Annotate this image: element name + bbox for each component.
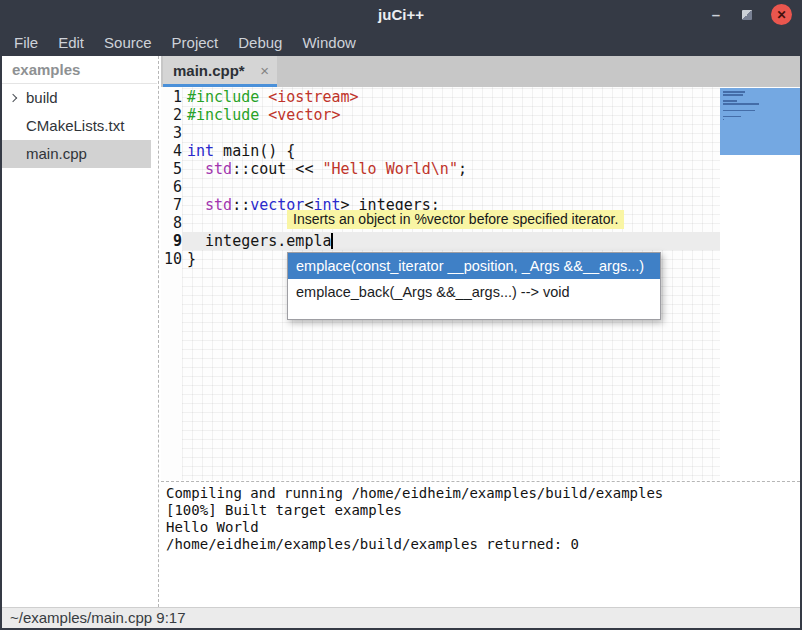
project-name: examples: [2, 56, 157, 84]
line-number: 2: [161, 106, 182, 124]
menu-edit[interactable]: Edit: [48, 29, 94, 56]
minimap-line: [723, 119, 724, 121]
status-location: ~/examples/main.cpp 9:17: [10, 609, 186, 626]
code-line: std::cout << "Hello World\n";: [187, 160, 467, 178]
tab-label: main.cpp*: [173, 62, 260, 79]
code-token: ::: [232, 196, 250, 214]
code-token: [187, 160, 205, 178]
tree-item-build[interactable]: build: [2, 84, 157, 112]
code-line: #include <iostream>: [187, 88, 359, 106]
code-line: }: [187, 250, 196, 268]
code-token: "Hello World\n": [322, 160, 457, 178]
close-button[interactable]: ✕: [771, 4, 792, 25]
output-line: [100%] Built target examples: [166, 502, 795, 519]
output-line: Hello World: [166, 519, 795, 536]
restore-icon[interactable]: [742, 10, 752, 20]
completion-item[interactable]: emplace_back(_Args &&__args...) --> void: [288, 279, 660, 305]
code-token: main() {: [214, 142, 295, 160]
minimap-line: [723, 91, 745, 93]
menu-debug[interactable]: Debug: [228, 29, 292, 56]
completion-item[interactable]: emplace(const_iterator __position, _Args…: [288, 253, 660, 279]
text-caret: [331, 233, 333, 249]
minimap[interactable]: [720, 87, 800, 480]
code-token: }: [187, 250, 196, 268]
line-number: 7: [161, 196, 182, 214]
minimap-line: [723, 100, 737, 102]
code-token: #include: [187, 106, 268, 124]
window-title: juCi++: [0, 0, 802, 29]
editor-column: main.cpp* × 12345678910 #include <iostre…: [161, 56, 800, 607]
code-token: #include: [187, 88, 268, 106]
horizontal-pane-divider[interactable]: [161, 480, 800, 483]
code-line: #include <vector>: [187, 106, 341, 124]
code-token: ;: [458, 160, 467, 178]
minimap-line: [723, 116, 741, 118]
code-token: std: [205, 160, 232, 178]
build-output-panel[interactable]: Compiling and running /home/eidheim/exam…: [161, 483, 800, 607]
output-line: /home/eidheim/examples/build/examples re…: [166, 536, 795, 553]
code-line: int main() {: [187, 142, 295, 160]
code-token: int: [187, 142, 214, 160]
tree-item-main-cpp[interactable]: main.cpp: [2, 140, 151, 168]
tree-item-cmakelists-txt[interactable]: CMakeLists.txt: [2, 112, 157, 140]
code-token: <iostream>: [268, 88, 358, 106]
status-bar: ~/examples/main.cpp 9:17: [2, 607, 800, 628]
app-window: juCi++ – ✕ FileEditSourceProjectDebugWin…: [0, 0, 802, 630]
menu-file[interactable]: File: [4, 29, 48, 56]
code-editor[interactable]: 12345678910 #include <iostream>#include …: [161, 87, 800, 480]
file-tree: buildCMakeLists.txtmain.cpp: [2, 84, 157, 168]
code-token: [187, 196, 205, 214]
close-icon: ✕: [776, 9, 786, 21]
minimap-slider[interactable]: [720, 88, 800, 155]
line-number: 6: [161, 178, 182, 196]
completion-popup: emplace(const_iterator __position, _Args…: [287, 252, 661, 320]
code-line: integers.empla: [187, 232, 332, 250]
line-number: 5: [161, 160, 182, 178]
minimap-line: [723, 94, 743, 96]
minimap-line: [723, 110, 755, 112]
tree-item-label: CMakeLists.txt: [26, 112, 124, 140]
code-token: std: [205, 196, 232, 214]
code-token: ::cout <<: [232, 160, 322, 178]
output-line: Compiling and running /home/eidheim/exam…: [166, 485, 795, 502]
menu-project[interactable]: Project: [162, 29, 229, 56]
menu-window[interactable]: Window: [292, 29, 365, 56]
line-number: 4: [161, 142, 182, 160]
tab-main-cpp[interactable]: main.cpp* ×: [163, 56, 277, 87]
code-token: <vector>: [268, 106, 340, 124]
minimap-line: [723, 103, 759, 105]
tab-close-icon[interactable]: ×: [260, 63, 269, 78]
tree-item-label: main.cpp: [26, 140, 87, 168]
menubar: FileEditSourceProjectDebugWindow: [0, 29, 802, 56]
menu-source[interactable]: Source: [94, 29, 162, 56]
doc-tooltip: Inserts an object in %vector before spec…: [287, 210, 624, 229]
titlebar[interactable]: juCi++ – ✕: [0, 0, 802, 29]
tab-bar: main.cpp* ×: [161, 56, 800, 87]
line-number: 10: [161, 250, 182, 268]
code-token: integers.empla: [187, 232, 332, 250]
line-number: 9: [161, 232, 182, 250]
line-number: 3: [161, 124, 182, 142]
chevron-right-icon[interactable]: [9, 94, 17, 102]
line-number: 1: [161, 88, 182, 106]
window-controls: – ✕: [709, 0, 792, 29]
tree-item-label: build: [26, 84, 58, 112]
minimize-icon[interactable]: –: [709, 10, 723, 20]
file-tree-panel: examples buildCMakeLists.txtmain.cpp: [2, 56, 157, 607]
main-area: examples buildCMakeLists.txtmain.cpp mai…: [2, 56, 800, 607]
line-number: 8: [161, 214, 182, 232]
